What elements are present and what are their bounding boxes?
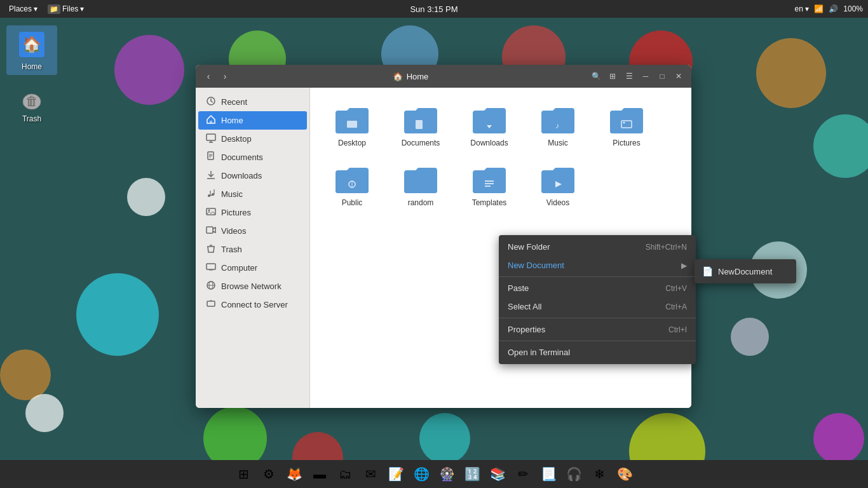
ctx-item-properties[interactable]: PropertiesCtrl+I xyxy=(499,320,696,339)
svg-rect-41 xyxy=(485,180,494,182)
bubble-b10 xyxy=(0,349,51,400)
svg-text:🗑: 🗑 xyxy=(25,94,38,108)
taskbar-icon-files2[interactable]: 🗂 xyxy=(334,463,356,485)
forward-button[interactable]: › xyxy=(217,69,233,84)
taskbar-icon-browser2[interactable]: 🌐 xyxy=(410,463,433,485)
sidebar-icon-connect-to-server xyxy=(206,299,216,311)
folder-item-random[interactable]: random xyxy=(389,158,452,212)
svg-point-22 xyxy=(208,210,210,212)
ctx-shortcut-new-folder: Shift+Ctrl+N xyxy=(646,243,687,252)
sidebar-item-connect-to-server[interactable]: Connect to Server xyxy=(198,295,307,314)
submenu-item-new-doc-file[interactable]: 📄NewDocument xyxy=(695,262,796,281)
folder-label-music: Music xyxy=(548,139,567,147)
taskbar-icon-edit[interactable]: ✏ xyxy=(512,463,534,485)
folder-icon-documents xyxy=(400,103,441,136)
folder-icon-desktop xyxy=(332,103,372,136)
taskbar-icon-headphone[interactable]: 🎧 xyxy=(562,463,585,485)
grid-view-button[interactable]: ⊞ xyxy=(605,69,620,84)
ctx-item-new-document[interactable]: New Document▶ xyxy=(499,256,696,274)
folder-item-videos[interactable]: Videos xyxy=(526,158,590,212)
folder-item-desktop[interactable]: Desktop xyxy=(320,98,384,152)
ctx-item-new-folder[interactable]: New FolderShift+Ctrl+N xyxy=(499,238,696,256)
sidebar-icon-home xyxy=(206,114,216,126)
folder-label-templates: Templates xyxy=(472,198,507,207)
sidebar-label-videos: Videos xyxy=(221,226,247,236)
places-menu[interactable]: Places ▾ xyxy=(5,3,41,15)
taskbar-icon-notes[interactable]: 📝 xyxy=(384,463,407,485)
taskbar-icon-apps[interactable]: ⊞ xyxy=(232,463,255,485)
doc-icon: 📄 xyxy=(702,266,713,276)
folder-icon-music: ♪ xyxy=(538,103,578,136)
sidebar-item-desktop[interactable]: Desktop xyxy=(198,130,307,148)
taskbar-icon-book[interactable]: 📚 xyxy=(486,463,509,485)
trash-icon-label: Trash xyxy=(22,114,41,123)
bubble-b7 xyxy=(813,114,868,178)
submenu-label-new-doc-file: NewDocument xyxy=(718,267,772,276)
battery-indicator: 100% xyxy=(843,4,863,13)
sidebar-icon-pictures xyxy=(206,207,216,219)
sidebar-label-desktop: Desktop xyxy=(221,134,252,144)
sidebar-label-documents: Documents xyxy=(221,152,263,162)
folder-icon-public xyxy=(332,163,372,196)
sidebar-item-computer[interactable]: Computer xyxy=(198,259,307,277)
folder-label-desktop: Desktop xyxy=(338,139,366,147)
wifi-icon: 📶 xyxy=(814,4,824,13)
sidebar-item-browse-network[interactable]: Browse Network xyxy=(198,277,307,295)
list-view-button[interactable]: ☰ xyxy=(621,69,637,84)
bubble-b13 xyxy=(419,413,470,464)
folder-item-templates[interactable]: Templates xyxy=(458,158,521,212)
sidebar-item-documents[interactable]: Documents xyxy=(198,148,307,166)
search-button[interactable]: 🔍 xyxy=(588,69,604,84)
taskbar-icon-chat[interactable]: ✉ xyxy=(359,463,382,485)
folder-item-downloads[interactable]: Downloads xyxy=(458,98,521,152)
sidebar-item-music[interactable]: Music xyxy=(198,185,307,203)
sidebar-item-pictures[interactable]: Pictures xyxy=(198,203,307,222)
taskbar-icon-doc2[interactable]: 📃 xyxy=(537,463,560,485)
ctx-separator xyxy=(499,341,696,341)
svg-rect-31 xyxy=(207,301,215,306)
folder-item-documents[interactable]: Documents xyxy=(389,98,452,152)
svg-rect-7 xyxy=(207,134,215,140)
taskbar-icon-firefox[interactable]: 🦊 xyxy=(283,463,306,485)
files-menu[interactable]: 📁 Files ▾ xyxy=(44,3,88,15)
ctx-arrow-new-document: ▶ xyxy=(681,261,687,270)
taskbar-icon-terminal[interactable]: ▬ xyxy=(308,463,331,485)
sidebar-item-recent[interactable]: Recent xyxy=(198,93,307,111)
sidebar-item-videos[interactable]: Videos xyxy=(198,222,307,240)
folder-icon-pictures xyxy=(606,103,647,136)
svg-rect-26 xyxy=(207,264,215,269)
ctx-item-paste[interactable]: PasteCtrl+V xyxy=(499,279,696,297)
desktop-icon-home[interactable]: 🏠 Home xyxy=(6,25,57,75)
sidebar-item-home[interactable]: Home xyxy=(198,111,307,130)
sidebar-label-trash: Trash xyxy=(221,245,242,254)
folder-item-music[interactable]: ♪ Music xyxy=(526,98,590,152)
folder-label-pictures: Pictures xyxy=(613,139,640,147)
taskbar-icon-wheel[interactable]: 🎡 xyxy=(435,463,458,485)
folder-item-pictures[interactable]: Pictures xyxy=(595,98,658,152)
svg-point-16 xyxy=(208,194,210,197)
context-menu: New FolderShift+Ctrl+NNew Document▶Paste… xyxy=(499,235,696,364)
ctx-item-open-terminal[interactable]: Open in Terminal xyxy=(499,343,696,362)
sidebar-item-trash[interactable]: Trash xyxy=(198,240,307,259)
folder-label-downloads: Downloads xyxy=(470,139,508,147)
taskbar-icon-calc[interactable]: 🔢 xyxy=(461,463,484,485)
close-button[interactable]: ✕ xyxy=(671,69,686,84)
sidebar-label-music: Music xyxy=(221,189,243,199)
sidebar-icon-computer xyxy=(206,262,216,274)
taskbar-icon-nix[interactable]: ❄ xyxy=(588,463,611,485)
ctx-item-select-all[interactable]: Select AllCtrl+A xyxy=(499,297,696,316)
folder-item-public[interactable]: Public xyxy=(320,158,384,212)
minimize-button[interactable]: ─ xyxy=(638,69,653,84)
back-button[interactable]: ‹ xyxy=(201,69,216,84)
ctx-label-new-document: New Document xyxy=(508,261,564,270)
taskbar-icon-color[interactable]: 🎨 xyxy=(613,463,636,485)
desktop-icon-trash[interactable]: 🗑 Trash xyxy=(6,78,57,127)
path-label: Home xyxy=(407,72,429,81)
sidebar-item-downloads[interactable]: Downloads xyxy=(198,166,307,185)
svg-point-38 xyxy=(623,122,625,124)
ctx-shortcut-properties: Ctrl+I xyxy=(668,325,687,334)
maximize-button[interactable]: □ xyxy=(654,69,670,84)
language-indicator[interactable]: en ▾ xyxy=(795,4,810,13)
taskbar-icon-settings[interactable]: ⚙ xyxy=(257,463,280,485)
sidebar-label-pictures: Pictures xyxy=(221,208,251,217)
